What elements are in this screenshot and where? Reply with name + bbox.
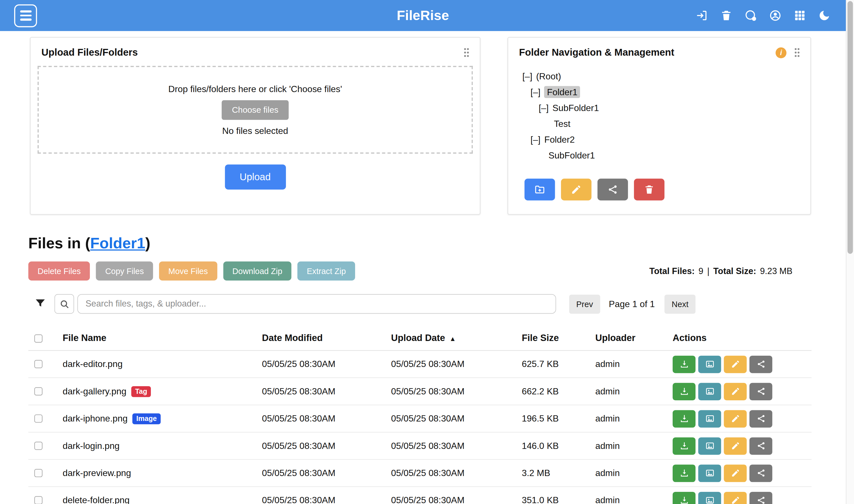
file-name[interactable]: dark-login.png	[63, 441, 120, 451]
file-name[interactable]: dark-gallery.png	[63, 386, 127, 397]
upload-dropzone[interactable]: Drop files/folders here or click 'Choose…	[38, 66, 473, 154]
scrollbar-thumb[interactable]	[848, 1, 853, 254]
rename-file-button[interactable]	[724, 437, 747, 454]
drag-handle-icon[interactable]	[463, 48, 470, 58]
column-header-upload-date[interactable]: Upload Date▲	[391, 333, 522, 344]
total-size-label: Total Size:	[713, 266, 756, 276]
column-header-date-modified[interactable]: Date Modified	[262, 333, 391, 344]
pencil-icon	[730, 441, 740, 451]
usage-button[interactable]	[744, 9, 757, 22]
preview-image-button[interactable]	[698, 465, 721, 482]
upload-card-header: Upload Files/Folders	[31, 38, 480, 64]
column-header-file-size[interactable]: File Size	[522, 333, 595, 344]
row-checkbox[interactable]	[34, 387, 42, 396]
top-cards: Upload Files/Folders Drop files/folders …	[0, 31, 846, 215]
next-page-button[interactable]: Next	[665, 294, 696, 313]
download-button[interactable]	[673, 382, 695, 400]
extract-zip-button[interactable]: Extract Zip	[297, 261, 355, 280]
share-file-button[interactable]	[749, 465, 773, 482]
info-icon[interactable]	[776, 47, 786, 58]
rename-file-button[interactable]	[724, 465, 747, 482]
total-size-value: 9.23 MB	[760, 266, 793, 276]
upload-button[interactable]: Upload	[224, 164, 286, 190]
preview-image-button[interactable]	[698, 355, 721, 373]
choose-files-button[interactable]: Choose files	[221, 100, 289, 120]
preview-image-button[interactable]	[698, 382, 721, 400]
preview-image-button[interactable]	[698, 410, 721, 428]
filter-button[interactable]	[34, 298, 47, 310]
row-checkbox[interactable]	[34, 496, 42, 504]
file-name[interactable]: dark-preview.png	[63, 468, 131, 478]
no-files-text: No files selected	[222, 125, 288, 136]
share-file-button[interactable]	[749, 410, 773, 428]
download-icon	[679, 468, 689, 478]
rename-file-button[interactable]	[724, 382, 747, 400]
row-actions	[673, 382, 812, 400]
column-header-file-name[interactable]: File Name	[57, 333, 262, 344]
row-checkbox[interactable]	[34, 442, 42, 450]
table-row: delete-folder.png 05/05/25 08:30AM 05/05…	[28, 487, 811, 504]
share-icon	[756, 387, 766, 396]
tree-item-subfolder1[interactable]: [–]SubFolder1	[508, 100, 811, 116]
selected-folder[interactable]: Folder1	[544, 86, 580, 98]
rename-file-button[interactable]	[724, 355, 747, 373]
copy-files-button[interactable]: Copy Files	[96, 261, 153, 280]
share-icon	[756, 496, 766, 504]
download-button[interactable]	[673, 437, 695, 454]
share-file-button[interactable]	[749, 491, 773, 504]
tree-item-folder1[interactable]: [–]Folder1	[508, 85, 811, 100]
file-name[interactable]: dark-iphone.png	[63, 413, 128, 424]
download-icon	[679, 359, 689, 369]
logout-icon	[695, 9, 708, 22]
page-scrollbar[interactable]	[846, 0, 854, 504]
create-folder-button[interactable]	[525, 179, 555, 200]
delete-files-button[interactable]: Delete Files	[28, 261, 90, 280]
tree-item-folder2[interactable]: [–]Folder2	[508, 132, 811, 148]
file-size: 662.2 KB	[522, 386, 595, 397]
search-button[interactable]	[55, 294, 74, 313]
download-button[interactable]	[673, 465, 695, 482]
move-files-button[interactable]: Move Files	[159, 261, 217, 280]
drag-handle-icon[interactable]	[794, 48, 801, 58]
logout-button[interactable]	[695, 9, 708, 22]
trash-button[interactable]	[720, 9, 732, 22]
rename-folder-button[interactable]	[561, 179, 592, 200]
file-name[interactable]: dark-editor.png	[63, 359, 123, 370]
tree-item-test[interactable]: Test	[508, 116, 811, 132]
prev-page-button[interactable]: Prev	[569, 294, 600, 313]
uploader: admin	[595, 359, 673, 370]
row-checkbox[interactable]	[34, 414, 42, 422]
share-file-button[interactable]	[749, 355, 773, 373]
download-zip-button[interactable]: Download Zip	[223, 261, 292, 280]
share-folder-button[interactable]	[598, 179, 628, 200]
image-badge: Image	[132, 413, 161, 424]
share-file-button[interactable]	[749, 382, 773, 400]
download-button[interactable]	[673, 410, 695, 428]
files-table: File Name Date Modified Upload Date▲ Fil…	[28, 326, 811, 504]
download-button[interactable]	[673, 491, 695, 504]
row-actions	[673, 355, 812, 373]
dark-mode-button[interactable]	[818, 9, 831, 22]
tree-item-subfolder1-2[interactable]: SubFolder1	[508, 147, 811, 163]
rename-file-button[interactable]	[724, 410, 747, 428]
search-icon	[59, 299, 70, 309]
menu-button[interactable]	[14, 4, 37, 27]
preview-image-button[interactable]	[698, 437, 721, 454]
preview-image-button[interactable]	[698, 491, 721, 504]
date-modified: 05/05/25 08:30AM	[262, 413, 391, 424]
account-button[interactable]	[768, 9, 781, 22]
download-button[interactable]	[673, 355, 695, 373]
row-checkbox[interactable]	[34, 360, 42, 368]
delete-folder-button[interactable]	[634, 179, 665, 200]
date-modified: 05/05/25 08:30AM	[262, 386, 391, 397]
grid-view-button[interactable]	[793, 9, 806, 22]
current-folder-link[interactable]: Folder1	[90, 235, 145, 252]
tree-item-root[interactable]: [–](Root)	[508, 69, 811, 85]
share-file-button[interactable]	[749, 437, 773, 454]
file-name[interactable]: delete-folder.png	[63, 495, 130, 504]
column-header-uploader[interactable]: Uploader	[595, 333, 673, 344]
search-input[interactable]	[77, 294, 556, 313]
rename-file-button[interactable]	[724, 491, 747, 504]
select-all-checkbox[interactable]	[34, 334, 42, 342]
row-checkbox[interactable]	[34, 469, 42, 477]
